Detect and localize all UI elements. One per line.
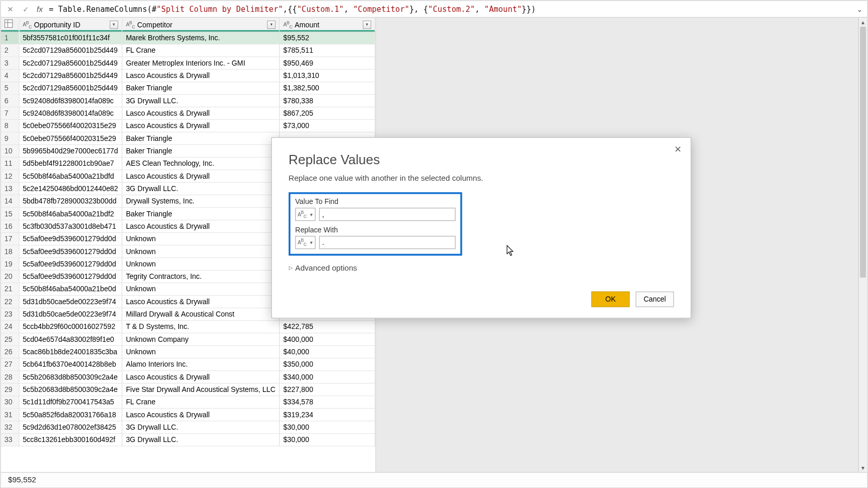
row-number[interactable]: 27 [1,358,19,370]
table-row[interactable]: 245ccb4bb29f60c00016027592T & D Systems,… [1,320,375,333]
row-number[interactable]: 4 [1,69,19,82]
cell-amount[interactable]: $30,000 [280,421,375,433]
table-row[interactable]: 65c92408d6f83980014fa089c3G Drywall LLC.… [1,94,375,106]
cell-opportunity-id[interactable]: 5c50b8f46aba54000a21be0d [19,282,122,295]
row-number[interactable]: 33 [1,433,19,446]
cell-opportunity-id[interactable]: 5bf3557581c01f001f11c34f [19,32,122,44]
table-row[interactable]: 295c5b20683d8b8500309c2a4eFive Star Dryw… [1,383,375,396]
cell-competitor[interactable]: Baker Triangle [122,207,280,219]
table-row[interactable]: 275cb641fb6370e4001428b8ebAlamo Interior… [1,358,375,370]
row-number[interactable]: 5 [1,82,19,94]
row-header-corner[interactable] [1,18,19,32]
cell-amount[interactable]: $780,338 [280,94,375,106]
expand-formula-icon[interactable]: ⌄ [857,5,863,13]
ok-button[interactable]: OK [592,291,630,306]
cell-opportunity-id[interactable]: 5c5af0ee9d5396001279dd0d [19,270,122,282]
cell-opportunity-id[interactable]: 5c2cd07129a856001b25d449 [19,82,122,94]
cell-competitor[interactable]: Five Star Drywall And Acoustical Systems… [122,383,280,396]
cell-competitor[interactable]: T & D Systems, Inc. [122,320,280,333]
cell-competitor[interactable]: Unknown [122,345,280,358]
cell-competitor[interactable]: Greater Metroplex Interiors Inc. - GMI [122,56,280,69]
cell-opportunity-id[interactable]: 5c50b8f46aba54000a21bdfd [19,169,122,182]
cell-opportunity-id[interactable]: 5d31db50cae5de00223e9f74 [19,295,122,308]
table-row[interactable]: 25c2cd07129a856001b25d449FL Crane$785,51… [1,44,375,56]
cell-amount[interactable]: $340,000 [280,370,375,383]
scroll-up-icon[interactable]: ▲ [859,18,867,26]
row-number[interactable]: 2 [1,44,19,56]
cell-amount[interactable]: $40,000 [280,345,375,358]
cell-amount[interactable]: $422,785 [280,320,375,333]
row-number[interactable]: 14 [1,195,19,207]
cell-competitor[interactable]: 3G Drywall LLC. [122,421,280,433]
cell-amount[interactable]: $334,578 [280,396,375,408]
cell-competitor[interactable]: 3G Drywall LLC. [122,433,280,446]
row-number[interactable]: 22 [1,295,19,308]
row-number[interactable]: 10 [1,145,19,157]
cell-opportunity-id[interactable]: 5c2cd07129a856001b25d449 [19,56,122,69]
table-row[interactable]: 325c9d2d63d1e078002ef384253G Drywall LLC… [1,421,375,433]
cell-opportunity-id[interactable]: 5c2cd07129a856001b25d449 [19,69,122,82]
scroll-down-icon[interactable]: ▼ [859,463,867,471]
cell-amount[interactable]: $30,000 [280,433,375,446]
value-to-find-input[interactable] [319,208,456,221]
cell-amount[interactable]: $350,000 [280,358,375,370]
cancel-button[interactable]: Cancel [636,291,674,306]
cell-opportunity-id[interactable]: 5bdb478fb7289000323b00dd [19,195,122,207]
cell-amount[interactable]: $950,469 [280,56,375,69]
row-number[interactable]: 8 [1,119,19,132]
cell-competitor[interactable]: Alamo Interiors Inc. [122,358,280,370]
cell-amount[interactable]: $319,234 [280,408,375,420]
cell-competitor[interactable]: FL Crane [122,396,280,408]
cell-competitor[interactable]: Millard Drywall & Acoustical Const [122,308,280,320]
column-filter-dropdown[interactable]: ▾ [110,20,118,28]
cell-competitor[interactable]: Lasco Acoustics & Drywall [122,408,280,420]
row-number[interactable]: 32 [1,421,19,433]
cell-amount[interactable]: $227,800 [280,383,375,396]
cell-opportunity-id[interactable]: 5c5af0ee9d5396001279dd0d [19,232,122,245]
advanced-options-toggle[interactable]: ▷ Advanced options [289,263,357,272]
cell-opportunity-id[interactable]: 5c1d11df0f9b2700417543a5 [19,396,122,408]
row-number[interactable]: 11 [1,157,19,169]
row-number[interactable]: 1 [1,32,19,44]
row-number[interactable]: 29 [1,383,19,396]
row-number[interactable]: 7 [1,107,19,119]
cell-opportunity-id[interactable]: 5cd04e657d4a83002f89f1e0 [19,333,122,345]
cell-amount[interactable]: $73,000 [280,119,375,132]
table-row[interactable]: 265cac86b1b8de24001835c3baUnknown$40,000 [1,345,375,358]
column-header-competitor[interactable]: ABC Competitor ▾ [122,18,280,32]
cell-amount[interactable]: $785,511 [280,44,375,56]
cell-amount[interactable]: $95,552 [280,32,375,44]
row-number[interactable]: 17 [1,232,19,245]
column-header-opportunity-id[interactable]: ABC Opportunity ID ▾ [19,18,122,32]
cell-competitor[interactable]: Unknown [122,282,280,295]
cell-opportunity-id[interactable]: 5c9d2d63d1e078002ef38425 [19,421,122,433]
cell-opportunity-id[interactable]: 5c50b8f46aba54000a21bdf2 [19,207,122,219]
scroll-track[interactable] [859,26,867,463]
cell-amount[interactable]: $1,013,310 [280,69,375,82]
row-number[interactable]: 30 [1,396,19,408]
cell-opportunity-id[interactable]: 5c92408d6f83980014fa089c [19,107,122,119]
row-number[interactable]: 20 [1,270,19,282]
cell-competitor[interactable]: Tegrity Contractors, Inc. [122,270,280,282]
cell-opportunity-id[interactable]: 5c2e14250486bd0012440e82 [19,182,122,195]
column-header-amount[interactable]: ABC Amount ▾ [280,18,375,32]
row-number[interactable]: 24 [1,320,19,333]
cell-opportunity-id[interactable]: 5c92408d6f83980014fa089c [19,94,122,106]
scroll-thumb[interactable] [860,26,866,277]
cell-opportunity-id[interactable]: 5cc8c13261ebb300160d492f [19,433,122,446]
row-number[interactable]: 31 [1,408,19,420]
cell-competitor[interactable]: Baker Triangle [122,132,280,144]
cell-opportunity-id[interactable]: 5b9965b40d29e7000ec6177d [19,145,122,157]
cell-amount[interactable]: $867,205 [280,107,375,119]
table-row[interactable]: 305c1d11df0f9b2700417543a5FL Crane$334,5… [1,396,375,408]
cell-competitor[interactable]: AES Clean Technology, Inc. [122,157,280,169]
row-number[interactable]: 6 [1,94,19,106]
row-number[interactable]: 13 [1,182,19,195]
table-row[interactable]: 335cc8c13261ebb300160d492f3G Drywall LLC… [1,433,375,446]
table-row[interactable]: 55c2cd07129a856001b25d449Baker Triangle$… [1,82,375,94]
row-number[interactable]: 25 [1,333,19,345]
row-number[interactable]: 23 [1,308,19,320]
cell-opportunity-id[interactable]: 5c0ebe075566f40020315e29 [19,119,122,132]
cell-competitor[interactable]: Lasco Acoustics & Drywall [122,169,280,182]
cell-competitor[interactable]: Lasco Acoustics & Drywall [122,107,280,119]
